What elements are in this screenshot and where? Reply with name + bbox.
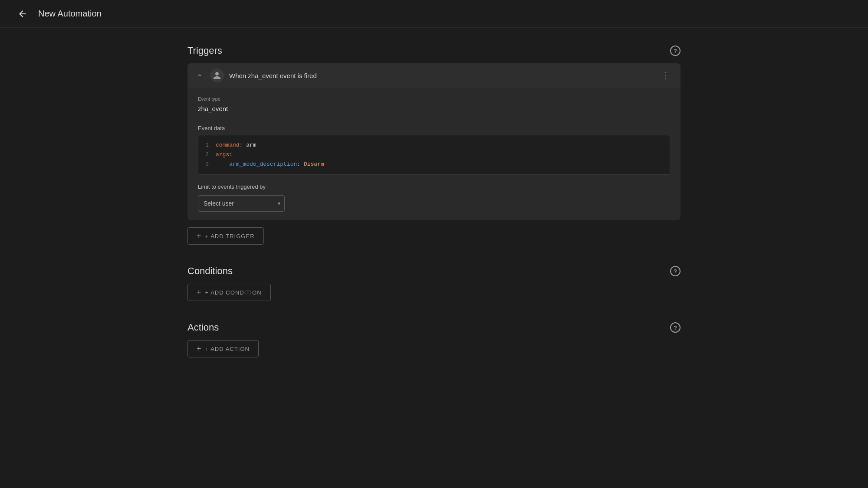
line-number-2: 2 bbox=[198, 151, 216, 159]
trigger-card: When zha_event event is fired ⋮ Event ty… bbox=[187, 63, 681, 220]
add-action-button[interactable]: + + ADD ACTION bbox=[187, 340, 259, 357]
indent-3 bbox=[216, 161, 229, 167]
add-trigger-icon: + bbox=[197, 232, 202, 240]
event-type-input[interactable] bbox=[198, 103, 670, 116]
add-condition-button[interactable]: + + ADD CONDITION bbox=[187, 284, 271, 301]
code-line-3: 3 arm_mode_description: Disarm bbox=[198, 160, 670, 169]
person-icon bbox=[213, 71, 221, 80]
separator-1: : bbox=[240, 142, 247, 148]
line-content-1: command: arm bbox=[216, 141, 670, 150]
event-data-label: Event data bbox=[198, 125, 670, 131]
main-content: Triggers ? When zha_event event is fired bbox=[174, 28, 694, 396]
add-condition-label: + ADD CONDITION bbox=[205, 289, 262, 296]
select-user-wrapper: Select user ▾ bbox=[198, 195, 285, 212]
chevron-up-icon bbox=[196, 72, 203, 79]
add-condition-icon: + bbox=[197, 288, 202, 296]
select-user-dropdown[interactable]: Select user bbox=[198, 195, 285, 212]
conditions-header: Conditions ? bbox=[187, 265, 681, 277]
triggers-title: Triggers bbox=[187, 45, 222, 56]
triggers-help-icon[interactable]: ? bbox=[670, 46, 681, 56]
line-number-3: 3 bbox=[198, 160, 216, 169]
event-type-label: Event type bbox=[198, 96, 670, 102]
event-data-editor[interactable]: 1 command: arm 2 args: 3 arm_mode_descri… bbox=[198, 135, 670, 175]
trigger-label: When zha_event event is fired bbox=[229, 72, 653, 79]
line-content-3: arm_mode_description: Disarm bbox=[216, 160, 670, 169]
separator-3: : bbox=[297, 161, 304, 167]
trigger-event-icon bbox=[210, 69, 224, 82]
more-icon: ⋮ bbox=[661, 71, 670, 80]
separator-2: : bbox=[229, 151, 233, 158]
key-command: command bbox=[216, 142, 240, 148]
triggers-header: Triggers ? bbox=[187, 45, 681, 56]
back-button[interactable] bbox=[14, 5, 31, 23]
actions-help-icon[interactable]: ? bbox=[670, 322, 681, 333]
trigger-card-body: Event type Event data 1 command: arm 2 a… bbox=[187, 88, 681, 220]
add-trigger-button[interactable]: + + ADD TRIGGER bbox=[187, 227, 264, 245]
actions-header: Actions ? bbox=[187, 322, 681, 333]
trigger-more-button[interactable]: ⋮ bbox=[658, 69, 674, 82]
value-disarm: Disarm bbox=[304, 161, 324, 167]
code-line-2: 2 args: bbox=[198, 150, 670, 160]
conditions-title: Conditions bbox=[187, 265, 233, 277]
line-number-1: 1 bbox=[198, 141, 216, 150]
app-header: New Automation bbox=[0, 0, 868, 28]
triggers-section: Triggers ? When zha_event event is fired bbox=[187, 45, 681, 245]
actions-title: Actions bbox=[187, 322, 219, 333]
collapse-button[interactable] bbox=[194, 70, 205, 81]
value-arm: arm bbox=[246, 142, 256, 148]
code-line-1: 1 command: arm bbox=[198, 141, 670, 150]
page-title: New Automation bbox=[38, 9, 102, 19]
line-content-2: args: bbox=[216, 151, 670, 159]
key-arm-mode: arm_mode_description bbox=[229, 161, 297, 167]
trigger-card-header: When zha_event event is fired ⋮ bbox=[187, 63, 681, 88]
actions-section: Actions ? + + ADD ACTION bbox=[187, 322, 681, 357]
conditions-section: Conditions ? + + ADD CONDITION bbox=[187, 265, 681, 301]
back-icon bbox=[17, 9, 28, 19]
add-action-label: + ADD ACTION bbox=[205, 346, 250, 352]
add-action-icon: + bbox=[197, 345, 202, 353]
add-trigger-label: + ADD TRIGGER bbox=[205, 233, 255, 239]
event-type-field: Event type bbox=[198, 96, 670, 116]
conditions-help-icon[interactable]: ? bbox=[670, 266, 681, 276]
key-args: args bbox=[216, 151, 229, 158]
limit-label: Limit to events triggered by bbox=[198, 183, 670, 190]
